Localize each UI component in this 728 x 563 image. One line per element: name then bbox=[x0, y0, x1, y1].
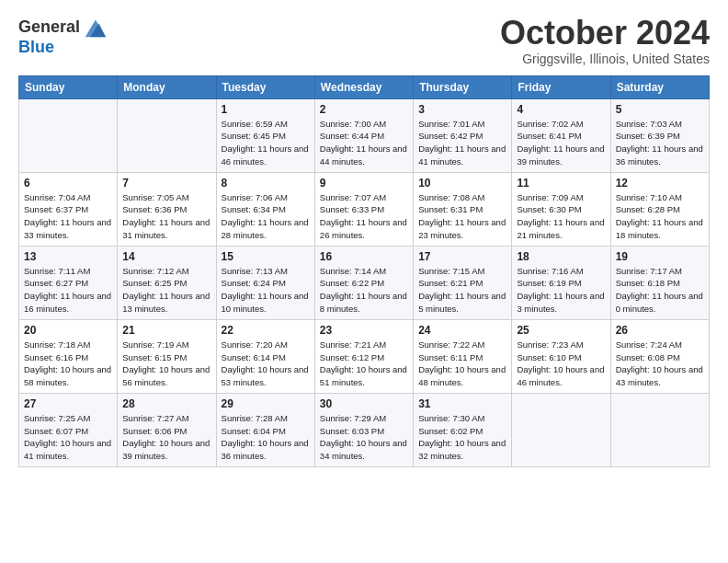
sunrise: Sunrise: 7:25 AM bbox=[24, 413, 90, 423]
daylight: Daylight: 10 hours and 36 minutes. bbox=[222, 438, 309, 461]
day-number: 23 bbox=[320, 324, 408, 337]
sunrise: Sunrise: 7:14 AM bbox=[320, 266, 386, 276]
daylight: Daylight: 10 hours and 43 minutes. bbox=[616, 364, 703, 387]
sunrise: Sunrise: 7:17 AM bbox=[616, 266, 682, 276]
calendar-cell bbox=[512, 393, 610, 466]
sunrise: Sunrise: 7:02 AM bbox=[517, 119, 583, 129]
sunset: Sunset: 6:37 PM bbox=[24, 204, 88, 214]
calendar-cell bbox=[19, 98, 118, 172]
logo-text: General bbox=[18, 18, 80, 37]
weekday-header-monday: Monday bbox=[118, 75, 216, 98]
sunrise: Sunrise: 6:59 AM bbox=[222, 119, 288, 129]
week-row-5: 27Sunrise: 7:25 AMSunset: 6:07 PMDayligh… bbox=[19, 393, 710, 466]
calendar-cell: 22Sunrise: 7:20 AMSunset: 6:14 PMDayligh… bbox=[216, 319, 314, 393]
sunrise: Sunrise: 7:29 AM bbox=[320, 413, 386, 423]
day-number: 25 bbox=[517, 324, 605, 337]
daylight: Daylight: 10 hours and 51 minutes. bbox=[320, 364, 407, 387]
daylight: Daylight: 11 hours and 5 minutes. bbox=[418, 291, 506, 314]
sunrise: Sunrise: 7:18 AM bbox=[24, 339, 90, 350]
sunset: Sunset: 6:27 PM bbox=[24, 278, 88, 288]
day-number: 3 bbox=[418, 103, 506, 116]
sunrise: Sunrise: 7:05 AM bbox=[122, 192, 188, 202]
calendar-cell: 29Sunrise: 7:28 AMSunset: 6:04 PMDayligh… bbox=[216, 393, 314, 466]
week-row-3: 13Sunrise: 7:11 AMSunset: 6:27 PMDayligh… bbox=[19, 246, 710, 319]
day-info: Sunrise: 7:22 AMSunset: 6:11 PMDaylight:… bbox=[418, 339, 506, 389]
day-info: Sunrise: 7:11 AMSunset: 6:27 PMDaylight:… bbox=[24, 265, 112, 316]
sunrise: Sunrise: 7:07 AM bbox=[320, 192, 386, 202]
calendar-cell: 18Sunrise: 7:16 AMSunset: 6:19 PMDayligh… bbox=[512, 246, 610, 319]
week-row-4: 20Sunrise: 7:18 AMSunset: 6:16 PMDayligh… bbox=[19, 319, 710, 393]
calendar-cell: 19Sunrise: 7:17 AMSunset: 6:18 PMDayligh… bbox=[610, 246, 709, 319]
sunset: Sunset: 6:11 PM bbox=[418, 352, 483, 362]
header: General Blue October 2024 Griggsville, I… bbox=[18, 15, 710, 66]
calendar-cell: 2Sunrise: 7:00 AMSunset: 6:44 PMDaylight… bbox=[314, 98, 413, 172]
daylight: Daylight: 11 hours and 3 minutes. bbox=[517, 291, 604, 314]
daylight: Daylight: 11 hours and 18 minutes. bbox=[616, 217, 703, 240]
day-info: Sunrise: 7:15 AMSunset: 6:21 PMDaylight:… bbox=[418, 265, 506, 316]
calendar-cell: 28Sunrise: 7:27 AMSunset: 6:06 PMDayligh… bbox=[118, 393, 216, 466]
daylight: Daylight: 10 hours and 46 minutes. bbox=[517, 364, 604, 387]
calendar-cell: 27Sunrise: 7:25 AMSunset: 6:07 PMDayligh… bbox=[19, 393, 118, 466]
sunset: Sunset: 6:14 PM bbox=[222, 352, 286, 362]
sunset: Sunset: 6:22 PM bbox=[320, 278, 384, 288]
day-number: 17 bbox=[418, 250, 506, 263]
day-number: 22 bbox=[222, 324, 310, 337]
day-number: 11 bbox=[517, 177, 605, 190]
calendar-cell: 4Sunrise: 7:02 AMSunset: 6:41 PMDaylight… bbox=[512, 98, 610, 172]
daylight: Daylight: 10 hours and 48 minutes. bbox=[418, 364, 506, 387]
sunset: Sunset: 6:36 PM bbox=[122, 204, 187, 214]
calendar-cell: 26Sunrise: 7:24 AMSunset: 6:08 PMDayligh… bbox=[610, 319, 709, 393]
daylight: Daylight: 11 hours and 39 minutes. bbox=[517, 144, 604, 167]
day-number: 31 bbox=[418, 397, 506, 410]
sunset: Sunset: 6:42 PM bbox=[418, 131, 483, 141]
day-number: 2 bbox=[320, 103, 408, 116]
logo-icon bbox=[82, 15, 108, 40]
day-number: 20 bbox=[24, 324, 112, 337]
sunrise: Sunrise: 7:23 AM bbox=[517, 339, 583, 350]
day-number: 6 bbox=[24, 177, 112, 190]
day-number: 27 bbox=[24, 397, 112, 410]
sunrise: Sunrise: 7:10 AM bbox=[616, 192, 682, 202]
sunrise: Sunrise: 7:12 AM bbox=[122, 266, 188, 276]
daylight: Daylight: 11 hours and 41 minutes. bbox=[418, 144, 506, 167]
day-info: Sunrise: 7:19 AMSunset: 6:15 PMDaylight:… bbox=[122, 339, 210, 389]
daylight: Daylight: 11 hours and 33 minutes. bbox=[24, 217, 111, 240]
daylight: Daylight: 11 hours and 10 minutes. bbox=[222, 291, 309, 314]
sunset: Sunset: 6:02 PM bbox=[418, 426, 483, 436]
calendar-cell: 3Sunrise: 7:01 AMSunset: 6:42 PMDaylight… bbox=[414, 98, 512, 172]
daylight: Daylight: 11 hours and 36 minutes. bbox=[616, 144, 703, 167]
day-number: 24 bbox=[418, 324, 506, 337]
month-title: October 2024 bbox=[500, 15, 710, 52]
daylight: Daylight: 11 hours and 44 minutes. bbox=[320, 144, 407, 167]
sunset: Sunset: 6:06 PM bbox=[122, 426, 187, 436]
daylight: Daylight: 10 hours and 56 minutes. bbox=[122, 364, 210, 387]
sunset: Sunset: 6:10 PM bbox=[517, 352, 581, 362]
day-number: 12 bbox=[616, 177, 704, 190]
calendar-cell: 8Sunrise: 7:06 AMSunset: 6:34 PMDaylight… bbox=[216, 172, 314, 246]
day-number: 8 bbox=[222, 177, 310, 190]
sunrise: Sunrise: 7:20 AM bbox=[222, 339, 288, 350]
day-number: 14 bbox=[122, 250, 210, 263]
daylight: Daylight: 11 hours and 16 minutes. bbox=[24, 291, 111, 314]
sunrise: Sunrise: 7:11 AM bbox=[24, 266, 90, 276]
day-info: Sunrise: 7:24 AMSunset: 6:08 PMDaylight:… bbox=[616, 339, 704, 389]
day-info: Sunrise: 7:00 AMSunset: 6:44 PMDaylight:… bbox=[320, 118, 408, 168]
sunset: Sunset: 6:45 PM bbox=[222, 131, 286, 141]
calendar-cell: 17Sunrise: 7:15 AMSunset: 6:21 PMDayligh… bbox=[414, 246, 512, 319]
calendar-cell: 5Sunrise: 7:03 AMSunset: 6:39 PMDaylight… bbox=[610, 98, 709, 172]
calendar-cell: 30Sunrise: 7:29 AMSunset: 6:03 PMDayligh… bbox=[314, 393, 413, 466]
daylight: Daylight: 11 hours and 21 minutes. bbox=[517, 217, 604, 240]
sunrise: Sunrise: 7:27 AM bbox=[122, 413, 188, 423]
logo: General Blue bbox=[18, 15, 108, 57]
sunrise: Sunrise: 7:08 AM bbox=[418, 192, 484, 202]
day-info: Sunrise: 7:30 AMSunset: 6:02 PMDaylight:… bbox=[418, 412, 506, 463]
sunset: Sunset: 6:25 PM bbox=[122, 278, 187, 288]
day-info: Sunrise: 7:16 AMSunset: 6:19 PMDaylight:… bbox=[517, 265, 605, 316]
calendar-page: General Blue October 2024 Griggsville, I… bbox=[0, 0, 728, 482]
sunset: Sunset: 6:39 PM bbox=[616, 131, 680, 141]
title-block: October 2024 Griggsville, Illinois, Unit… bbox=[500, 15, 710, 66]
sunset: Sunset: 6:03 PM bbox=[320, 426, 384, 436]
day-number: 21 bbox=[122, 324, 210, 337]
sunset: Sunset: 6:18 PM bbox=[616, 278, 680, 288]
daylight: Daylight: 11 hours and 8 minutes. bbox=[320, 291, 407, 314]
